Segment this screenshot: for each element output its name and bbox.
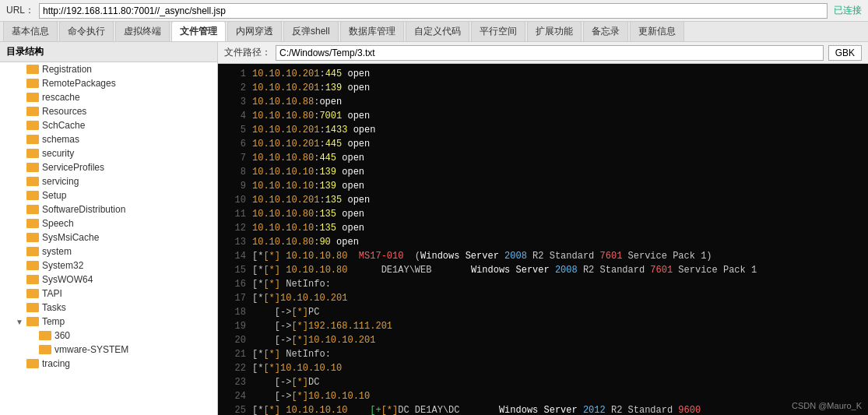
folder-icon (26, 191, 39, 200)
nav-tab[interactable]: 文件管理 (171, 21, 226, 41)
sidebar-item[interactable]: vmware-SYSTEM (0, 343, 217, 357)
sidebar-item[interactable]: security (0, 146, 217, 160)
nav-tab[interactable]: 平行空间 (471, 21, 525, 41)
sidebar-item[interactable]: Registration (0, 62, 217, 76)
terminal-line: 710.10.10.80:445 open (224, 151, 862, 165)
line-number: 7 (224, 151, 246, 165)
sidebar-item[interactable]: TAPI (0, 287, 217, 301)
sidebar: 目录结构 RegistrationRemotePackagesrescacheR… (0, 42, 218, 415)
folder-icon (26, 93, 39, 102)
folder-icon (39, 345, 51, 354)
watermark: CSDN @Mauro_K (792, 401, 862, 410)
folder-icon (26, 359, 39, 368)
sidebar-item[interactable]: schemas (0, 132, 217, 146)
sidebar-item-label: Tasks (42, 302, 66, 313)
url-label: URL： (6, 4, 34, 17)
line-number: 6 (224, 137, 246, 151)
nav-tab[interactable]: 更新信息 (630, 21, 684, 41)
sidebar-item-label: servicing (42, 176, 79, 187)
gbk-button[interactable]: GBK (828, 45, 862, 61)
terminal-line: 510.10.10.201:1433 open (224, 123, 862, 137)
sidebar-item[interactable]: SysMsiCache (0, 230, 217, 244)
sidebar-item-label: SysWOW64 (42, 274, 93, 285)
terminal-line: 1310.10.10.80:90 open (224, 235, 862, 249)
line-number: 14 (224, 249, 246, 263)
sidebar-item[interactable]: servicing (0, 174, 217, 188)
terminal-line: 610.10.10.201:445 open (224, 137, 862, 151)
line-content: [->[*]10.10.10.10 (252, 389, 862, 403)
sidebar-item[interactable]: Speech (0, 216, 217, 230)
sidebar-item[interactable]: Setup (0, 188, 217, 202)
line-number: 11 (224, 207, 246, 221)
line-content: 10.10.10.201:445 open (252, 67, 862, 81)
terminal-line: 210.10.10.201:139 open (224, 81, 862, 95)
nav-tab[interactable]: 扩展功能 (527, 21, 582, 41)
sidebar-item[interactable]: System32 (0, 258, 217, 273)
line-number: 12 (224, 221, 246, 235)
sidebar-item[interactable]: 360 (0, 329, 217, 343)
sidebar-item[interactable]: system (0, 244, 217, 258)
terminal-line: 14[*[*] 10.10.10.80 MS17-010 (Windows Se… (224, 249, 862, 263)
line-content: [*[*] NetInfo: (252, 347, 862, 361)
nav-tab[interactable]: 基本信息 (3, 21, 58, 41)
folder-icon (26, 65, 39, 74)
sidebar-item-label: Speech (42, 218, 74, 229)
nav-tabs: 基本信息命令执行虚拟终端文件管理内网穿透反弹shell数据库管理自定义代码平行空… (0, 22, 868, 42)
nav-tab[interactable]: 数据库管理 (340, 21, 404, 41)
terminal-line: 25[*[*] 10.10.10.10 [+[*]DC DE1AY\DC Win… (224, 403, 862, 415)
terminal-line: 24 [->[*]10.10.10.10 (224, 389, 862, 403)
line-content: [*[*] 10.10.10.80 DE1AY\WEB Windows Serv… (252, 263, 862, 277)
line-number: 4 (224, 109, 246, 123)
nav-tab[interactable]: 虚拟终端 (115, 21, 170, 41)
line-number: 13 (224, 235, 246, 249)
line-content: [*[*] NetInfo: (252, 277, 862, 291)
line-number: 8 (224, 165, 246, 179)
line-content: [*[*]10.10.10.201 (252, 291, 862, 305)
terminal-line: 18 [->[*]PC (224, 305, 862, 319)
line-number: 20 (224, 333, 246, 347)
sidebar-item[interactable]: Tasks (0, 301, 217, 315)
terminal-line: 19 [->[*]192.168.111.201 (224, 319, 862, 333)
sidebar-item[interactable]: SoftwareDistribution (0, 202, 217, 216)
terminal-line: 15[*[*] 10.10.10.80 DE1AY\WEB Windows Se… (224, 263, 862, 277)
sidebar-item[interactable]: tracing (0, 357, 217, 371)
sidebar-item[interactable]: SysWOW64 (0, 273, 217, 287)
line-number: 1 (224, 67, 246, 81)
line-number: 16 (224, 277, 246, 291)
folder-icon (26, 261, 39, 270)
folder-icon (26, 233, 39, 242)
nav-tab[interactable]: 反弹shell (283, 21, 339, 41)
sidebar-item[interactable]: ServiceProfiles (0, 160, 217, 174)
line-content: 10.10.10.10:135 open (252, 221, 862, 235)
sidebar-item-label: 360 (54, 330, 70, 341)
url-bar: URL： 已连接 (0, 0, 868, 22)
nav-tab[interactable]: 命令执行 (59, 21, 114, 41)
sidebar-item[interactable]: ▼ Temp (0, 315, 217, 329)
terminal-line: 1010.10.10.201:135 open (224, 193, 862, 207)
line-content: 10.10.10.201:135 open (252, 193, 862, 207)
sidebar-item[interactable]: rescache (0, 90, 217, 104)
nav-tab[interactable]: 备忘录 (583, 21, 628, 41)
folder-icon (26, 275, 39, 284)
sidebar-item[interactable]: SchCache (0, 118, 217, 132)
nav-tab[interactable]: 自定义代码 (406, 21, 469, 41)
line-content: [->[*]PC (252, 305, 862, 319)
line-content: 10.10.10.10:139 open (252, 179, 862, 193)
terminal-line: 21[*[*] NetInfo: (224, 347, 862, 361)
line-number: 18 (224, 305, 246, 319)
folder-icon (26, 289, 39, 298)
line-content: [->[*]10.10.10.201 (252, 333, 862, 347)
nav-tab[interactable]: 内网穿透 (227, 21, 282, 41)
file-path-input[interactable] (276, 45, 824, 61)
sidebar-item-label: System32 (42, 260, 83, 271)
folder-icon (26, 247, 39, 256)
sidebar-item[interactable]: Resources (0, 104, 217, 118)
sidebar-item-label: security (42, 148, 74, 159)
line-content: 10.10.10.201:139 open (252, 81, 862, 95)
sidebar-item-label: vmware-SYSTEM (54, 344, 128, 355)
line-content: [->[*]192.168.111.201 (252, 319, 862, 333)
sidebar-item-label: SysMsiCache (42, 232, 99, 243)
sidebar-item[interactable]: RemotePackages (0, 76, 217, 90)
url-input[interactable] (39, 3, 828, 19)
sidebar-item-label: SchCache (42, 120, 85, 131)
